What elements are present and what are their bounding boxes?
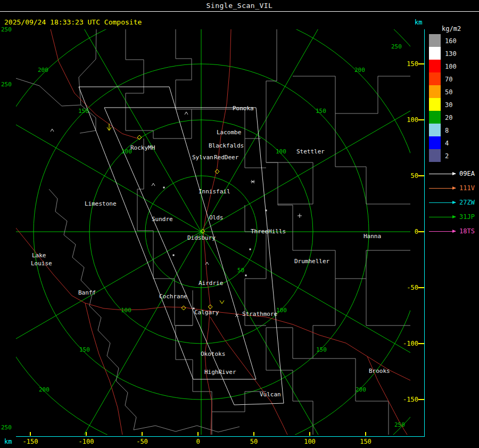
- track-id-label: 09EA: [459, 170, 475, 177]
- city-label-vulcan: Vulcan: [260, 392, 281, 398]
- colorbar-value: 4: [445, 140, 449, 147]
- spot-markers: [51, 112, 302, 317]
- track-legend-row: 111V: [429, 184, 475, 192]
- range-ring-label: 200: [38, 67, 48, 74]
- track-arrow-icon: [429, 231, 456, 232]
- range-ring-label: 150: [316, 108, 326, 115]
- bottom-axis-line: [16, 436, 425, 437]
- axis-tick-label: 100: [400, 116, 418, 124]
- colorbar-swatch: [429, 98, 441, 111]
- city-label-sylvan: Sylvan: [192, 154, 213, 161]
- radar-viewer-window: Single_Scan_VIL 2025/09/24 18:33:23 UTC …: [0, 0, 479, 448]
- colorbar-value: 8: [445, 127, 449, 134]
- city-label-blackfalds: Blackfalds: [209, 143, 244, 149]
- city-label-ponoka: Ponoka: [233, 105, 254, 112]
- colorbar-unit-label: kg/m2: [442, 25, 461, 32]
- colorbar-swatch: [429, 60, 441, 72]
- city-label-lacombe: Lacombe: [217, 129, 241, 136]
- range-ring-label: 250: [391, 44, 402, 50]
- range-ring-label: 100: [276, 307, 287, 314]
- colorbar-value: 130: [445, 50, 457, 58]
- track-id-label: 111V: [459, 184, 475, 192]
- axis-tick-label: -150: [400, 396, 418, 403]
- city-label-cochrane: Cochrane: [159, 294, 187, 300]
- axis-tick: [197, 432, 199, 436]
- axis-tick: [30, 432, 31, 436]
- city-label-calgary: Calgary: [194, 309, 219, 316]
- colorbar-value: 30: [445, 101, 452, 109]
- axis-tick: [253, 432, 254, 436]
- track-id-label: 31JP: [459, 213, 475, 221]
- colorbar-swatch: [429, 47, 441, 60]
- axis-tick-label: 0: [187, 438, 209, 445]
- city-label-olds: Olds: [209, 215, 224, 221]
- axis-tick-label: -150: [20, 438, 41, 445]
- city-label-hanna: Hanna: [364, 233, 381, 240]
- colorbar-swatch: [429, 85, 441, 98]
- axis-tick-label: 50: [243, 438, 265, 445]
- colorbar-value: 160: [445, 37, 457, 45]
- colorbar-value: 100: [445, 63, 457, 70]
- axis-tick: [418, 287, 424, 288]
- range-ring-label: 250: [1, 27, 12, 33]
- axis-tick: [142, 432, 143, 436]
- track-arrow-icon: [429, 202, 456, 203]
- city-label-didsbury: Didsbury: [187, 235, 216, 241]
- range-ring-label: 200: [354, 67, 365, 74]
- track-id-label: 27ZW: [459, 199, 475, 206]
- city-label-highriver: HighRiver: [204, 369, 236, 376]
- axis-tick: [418, 175, 424, 176]
- axis-tick-label: -50: [131, 438, 153, 445]
- colorbar-swatch: [429, 34, 441, 47]
- axis-tick: [309, 432, 310, 436]
- track-id-label: 18TS: [459, 227, 475, 235]
- colorbar-value: 70: [445, 76, 452, 83]
- axis-tick: [86, 432, 87, 436]
- axis-tick: [418, 343, 424, 344]
- range-ring-label: 150: [78, 108, 89, 115]
- city-label-rockymh: RockyMH: [130, 145, 155, 151]
- city-label-louise: Louise: [31, 260, 52, 267]
- range-ring-label: 100: [121, 307, 131, 314]
- city-label-limestone: Limestone: [85, 201, 117, 207]
- city-label-lake: Lake: [32, 252, 46, 259]
- colorbar-value: 20: [445, 114, 452, 121]
- track-arrow-icon: [429, 217, 456, 217]
- colorbar-swatch: [429, 111, 441, 124]
- axis-tick-label: 150: [400, 60, 418, 68]
- city-label-strathmore: Strathmore: [242, 311, 277, 317]
- range-ring-label: 200: [39, 387, 49, 393]
- city-label-okotoks: Okotoks: [201, 351, 225, 357]
- axis-tick-label: -50: [400, 284, 418, 291]
- city-label-reddeer: RedDeer: [214, 154, 238, 161]
- city-label-banff: Banff: [78, 290, 96, 296]
- track-legend-row: 18TS: [429, 227, 475, 235]
- scan-timestamp: 2025/09/24 18:33:23 UTC Composite: [4, 18, 142, 26]
- right-axis-line: [424, 29, 425, 436]
- range-ring-label: 250: [1, 425, 12, 431]
- axis-tick-label: 150: [355, 438, 376, 445]
- scan-coverage-outline: [79, 87, 284, 405]
- city-label-innisfail: Innisfail: [199, 189, 230, 195]
- axis-tick-label: 100: [299, 438, 320, 445]
- axis-tick-label: -100: [400, 340, 418, 347]
- colorbar-swatch: [429, 124, 441, 136]
- axis-tick: [418, 63, 424, 64]
- colorbar-value: 2: [445, 152, 449, 160]
- track-arrow-icon: [429, 188, 456, 189]
- track-legend-row: 27ZW: [429, 199, 475, 206]
- colorbar-swatch: [429, 136, 441, 149]
- city-label-airdrie: Airdrie: [199, 280, 223, 287]
- bottom-axis-unit-label: km: [4, 438, 12, 445]
- right-axis-unit-label: km: [415, 19, 422, 26]
- range-ring-label: 150: [316, 347, 327, 353]
- axis-tick: [418, 399, 424, 400]
- axis-tick-label: 50: [400, 172, 418, 180]
- track-legend-row: 09EA: [429, 170, 475, 177]
- city-label-stettler: Stettler: [296, 149, 325, 155]
- range-ring-label: 50: [237, 267, 244, 274]
- track-arrow-icon: [429, 174, 456, 174]
- range-ring-label: 200: [356, 387, 366, 393]
- track-legend-row: 31JP: [429, 213, 475, 221]
- colorbar-swatch: [429, 149, 441, 162]
